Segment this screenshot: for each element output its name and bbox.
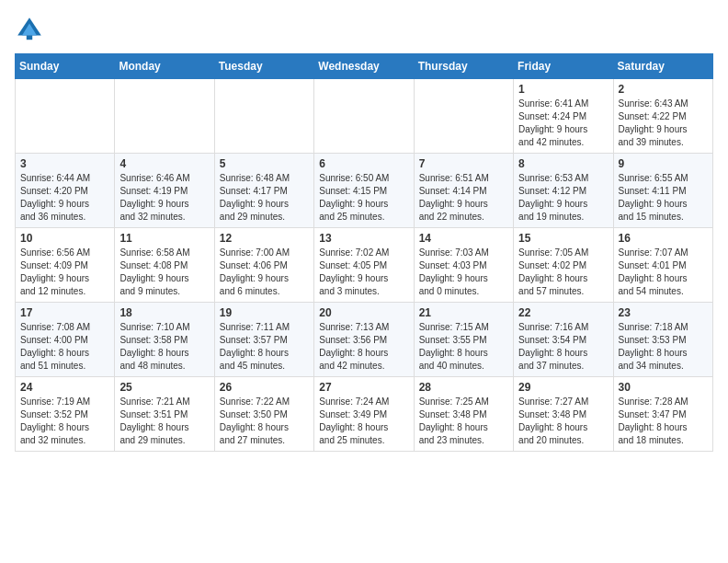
day-number: 21 [419,306,508,319]
day-cell: 10Sunrise: 6:56 AM Sunset: 4:09 PM Dayli… [16,228,115,303]
col-header-tuesday: Tuesday [214,54,313,79]
day-info: Sunrise: 6:51 AM Sunset: 4:14 PM Dayligh… [419,172,508,224]
day-cell: 18Sunrise: 7:10 AM Sunset: 3:58 PM Dayli… [115,303,214,377]
day-number: 30 [619,381,708,394]
day-cell: 24Sunrise: 7:19 AM Sunset: 3:52 PM Dayli… [16,377,115,452]
day-number: 13 [319,232,408,245]
day-cell: 13Sunrise: 7:02 AM Sunset: 4:05 PM Dayli… [314,228,414,303]
day-cell [16,79,115,154]
day-cell: 11Sunrise: 6:58 AM Sunset: 4:08 PM Dayli… [115,228,214,303]
week-row-5: 24Sunrise: 7:19 AM Sunset: 3:52 PM Dayli… [16,377,713,452]
day-cell: 29Sunrise: 7:27 AM Sunset: 3:48 PM Dayli… [514,377,613,452]
day-number: 17 [20,306,109,319]
day-cell: 22Sunrise: 7:16 AM Sunset: 3:54 PM Dayli… [514,303,613,377]
day-info: Sunrise: 6:56 AM Sunset: 4:09 PM Dayligh… [20,247,109,298]
week-row-1: 1Sunrise: 6:41 AM Sunset: 4:24 PM Daylig… [16,79,713,154]
day-cell: 25Sunrise: 7:21 AM Sunset: 3:51 PM Dayli… [115,377,214,452]
day-info: Sunrise: 7:21 AM Sunset: 3:51 PM Dayligh… [119,396,209,447]
page-container: SundayMondayTuesdayWednesdayThursdayFrid… [0,0,728,461]
day-info: Sunrise: 6:43 AM Sunset: 4:22 PM Dayligh… [619,98,708,149]
day-info: Sunrise: 7:07 AM Sunset: 4:01 PM Dayligh… [619,247,708,298]
day-cell [115,79,214,154]
day-number: 16 [619,232,708,245]
day-info: Sunrise: 6:55 AM Sunset: 4:11 PM Dayligh… [619,172,708,224]
day-info: Sunrise: 6:41 AM Sunset: 4:24 PM Dayligh… [518,98,608,149]
logo [15,15,48,44]
day-number: 8 [518,157,608,170]
col-header-monday: Monday [115,54,214,79]
day-number: 10 [20,232,109,245]
day-cell: 2Sunrise: 6:43 AM Sunset: 4:22 PM Daylig… [613,79,712,154]
day-info: Sunrise: 7:00 AM Sunset: 4:06 PM Dayligh… [220,247,309,298]
day-info: Sunrise: 7:16 AM Sunset: 3:54 PM Dayligh… [518,321,608,373]
day-number: 3 [20,157,109,170]
day-number: 1 [518,83,608,96]
day-number: 2 [619,83,708,96]
day-cell: 8Sunrise: 6:53 AM Sunset: 4:12 PM Daylig… [514,154,613,228]
day-info: Sunrise: 7:13 AM Sunset: 3:56 PM Dayligh… [319,321,408,373]
svg-rect-2 [27,35,32,40]
day-cell: 26Sunrise: 7:22 AM Sunset: 3:50 PM Dayli… [214,377,313,452]
day-info: Sunrise: 7:05 AM Sunset: 4:02 PM Dayligh… [518,247,608,298]
day-cell: 21Sunrise: 7:15 AM Sunset: 3:55 PM Dayli… [414,303,513,377]
week-row-4: 17Sunrise: 7:08 AM Sunset: 4:00 PM Dayli… [16,303,713,377]
day-cell [414,79,513,154]
day-number: 26 [220,381,309,394]
day-cell: 16Sunrise: 7:07 AM Sunset: 4:01 PM Dayli… [613,228,712,303]
day-cell: 27Sunrise: 7:24 AM Sunset: 3:49 PM Dayli… [314,377,414,452]
day-info: Sunrise: 7:11 AM Sunset: 3:57 PM Dayligh… [220,321,309,373]
day-info: Sunrise: 6:48 AM Sunset: 4:17 PM Dayligh… [220,172,309,224]
day-number: 27 [319,381,408,394]
col-header-wednesday: Wednesday [314,54,414,79]
day-number: 4 [119,157,209,170]
week-row-2: 3Sunrise: 6:44 AM Sunset: 4:20 PM Daylig… [16,154,713,228]
day-info: Sunrise: 7:22 AM Sunset: 3:50 PM Dayligh… [220,396,309,447]
day-info: Sunrise: 6:44 AM Sunset: 4:20 PM Dayligh… [20,172,109,224]
day-cell: 4Sunrise: 6:46 AM Sunset: 4:19 PM Daylig… [115,154,214,228]
day-cell: 28Sunrise: 7:25 AM Sunset: 3:48 PM Dayli… [414,377,513,452]
day-number: 19 [220,306,309,319]
day-info: Sunrise: 6:58 AM Sunset: 4:08 PM Dayligh… [119,247,209,298]
day-cell: 1Sunrise: 6:41 AM Sunset: 4:24 PM Daylig… [514,79,613,154]
day-info: Sunrise: 7:18 AM Sunset: 3:53 PM Dayligh… [619,321,708,373]
day-cell: 7Sunrise: 6:51 AM Sunset: 4:14 PM Daylig… [414,154,513,228]
day-cell: 6Sunrise: 6:50 AM Sunset: 4:15 PM Daylig… [314,154,414,228]
day-number: 7 [419,157,508,170]
day-number: 6 [319,157,408,170]
day-number: 29 [518,381,608,394]
day-cell: 23Sunrise: 7:18 AM Sunset: 3:53 PM Dayli… [613,303,712,377]
day-number: 24 [20,381,109,394]
day-number: 5 [220,157,309,170]
day-cell: 19Sunrise: 7:11 AM Sunset: 3:57 PM Dayli… [214,303,313,377]
day-number: 11 [119,232,209,245]
day-info: Sunrise: 7:03 AM Sunset: 4:03 PM Dayligh… [419,247,508,298]
day-cell: 5Sunrise: 6:48 AM Sunset: 4:17 PM Daylig… [214,154,313,228]
calendar-table: SundayMondayTuesdayWednesdayThursdayFrid… [15,53,713,452]
day-number: 25 [119,381,209,394]
day-info: Sunrise: 7:15 AM Sunset: 3:55 PM Dayligh… [419,321,508,373]
header [15,15,713,44]
day-info: Sunrise: 7:08 AM Sunset: 4:00 PM Dayligh… [20,321,109,373]
day-cell: 14Sunrise: 7:03 AM Sunset: 4:03 PM Dayli… [414,228,513,303]
day-info: Sunrise: 7:28 AM Sunset: 3:47 PM Dayligh… [619,396,708,447]
calendar-header-row: SundayMondayTuesdayWednesdayThursdayFrid… [16,54,713,79]
day-info: Sunrise: 7:24 AM Sunset: 3:49 PM Dayligh… [319,396,408,447]
col-header-saturday: Saturday [613,54,712,79]
day-cell: 20Sunrise: 7:13 AM Sunset: 3:56 PM Dayli… [314,303,414,377]
day-info: Sunrise: 6:53 AM Sunset: 4:12 PM Dayligh… [518,172,608,224]
col-header-thursday: Thursday [414,54,513,79]
day-cell: 12Sunrise: 7:00 AM Sunset: 4:06 PM Dayli… [214,228,313,303]
day-cell [214,79,313,154]
day-cell: 30Sunrise: 7:28 AM Sunset: 3:47 PM Dayli… [613,377,712,452]
day-number: 22 [518,306,608,319]
day-number: 15 [518,232,608,245]
day-number: 14 [419,232,508,245]
day-info: Sunrise: 7:10 AM Sunset: 3:58 PM Dayligh… [119,321,209,373]
day-number: 20 [319,306,408,319]
day-info: Sunrise: 6:50 AM Sunset: 4:15 PM Dayligh… [319,172,408,224]
day-cell [314,79,414,154]
day-number: 12 [220,232,309,245]
day-info: Sunrise: 7:02 AM Sunset: 4:05 PM Dayligh… [319,247,408,298]
day-cell: 9Sunrise: 6:55 AM Sunset: 4:11 PM Daylig… [613,154,712,228]
day-number: 18 [119,306,209,319]
